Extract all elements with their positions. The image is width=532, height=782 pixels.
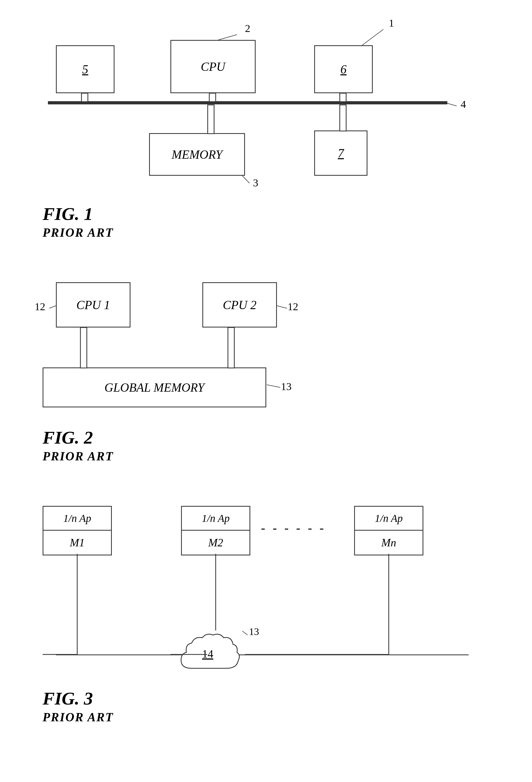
svg-line-12 xyxy=(242,176,249,183)
svg-rect-14 xyxy=(228,327,234,368)
svg-text:13: 13 xyxy=(249,626,259,637)
svg-text:4: 4 xyxy=(461,98,466,110)
fig1-title: FIG. 1 xyxy=(43,204,114,224)
svg-text:12: 12 xyxy=(35,300,45,313)
fig2-title: FIG. 2 xyxy=(43,427,114,448)
svg-line-20 xyxy=(267,385,280,387)
svg-text:3: 3 xyxy=(253,177,258,189)
svg-text:12: 12 xyxy=(288,300,298,313)
fig3-title: FIG. 3 xyxy=(43,688,114,709)
svg-text:1: 1 xyxy=(389,17,394,29)
fig1-svg: 2 1 4 3 xyxy=(21,16,511,197)
svg-line-18 xyxy=(277,306,287,308)
svg-text:13: 13 xyxy=(281,381,291,392)
svg-line-8 xyxy=(362,29,383,45)
fig2-section: CPU 1 CPU 2 GLOBAL MEMORY 12 12 xyxy=(21,266,511,469)
fig1-caption: FIG. 1 PRIOR ART xyxy=(43,204,114,240)
fig2-svg: 12 12 13 xyxy=(21,266,511,421)
svg-rect-1 xyxy=(209,93,216,102)
fig2-caption: FIG. 2 PRIOR ART xyxy=(43,427,114,463)
svg-rect-2 xyxy=(340,93,346,102)
fig1-section: 5 CPU 6 MEMORY 7 xyxy=(21,16,511,245)
fig3-svg: 13 xyxy=(21,490,511,682)
fig2-diagram: CPU 1 CPU 2 GLOBAL MEMORY 12 12 xyxy=(21,266,511,421)
svg-line-28 xyxy=(242,631,248,635)
svg-rect-3 xyxy=(208,105,214,134)
fig1-diagram: 5 CPU 6 MEMORY 7 xyxy=(21,16,511,197)
svg-line-16 xyxy=(49,306,56,308)
fig2-prior-art: PRIOR ART xyxy=(43,449,114,463)
svg-rect-13 xyxy=(80,327,87,368)
svg-rect-4 xyxy=(340,105,346,131)
svg-rect-0 xyxy=(81,93,88,102)
svg-text:2: 2 xyxy=(245,22,250,34)
fig3-section: 1/n Ap M1 1/n Ap M2 - - - - - - 1/n Ap M… xyxy=(21,490,511,730)
fig3-prior-art: PRIOR ART xyxy=(43,710,114,724)
page: 5 CPU 6 MEMORY 7 xyxy=(0,0,532,782)
fig1-prior-art: PRIOR ART xyxy=(43,225,114,240)
fig3-caption: FIG. 3 PRIOR ART xyxy=(43,688,114,724)
svg-line-6 xyxy=(218,35,237,40)
svg-line-10 xyxy=(447,103,457,106)
fig3-diagram: 1/n Ap M1 1/n Ap M2 - - - - - - 1/n Ap M… xyxy=(21,490,511,682)
